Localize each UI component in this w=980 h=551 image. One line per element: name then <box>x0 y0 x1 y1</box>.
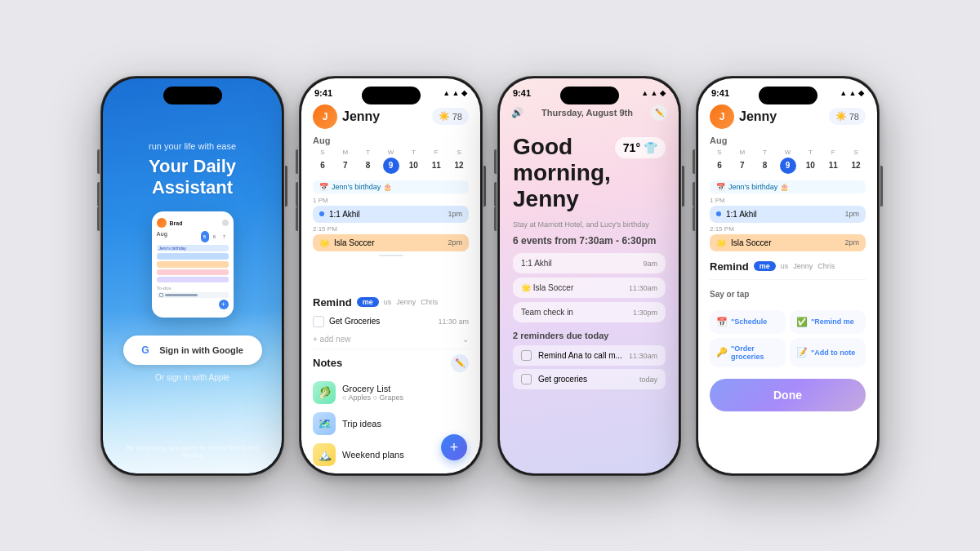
morning-temp: 71° <box>623 141 640 154</box>
dynamic-island-2 <box>362 87 421 104</box>
google-signin-button[interactable]: G Sign in with Google <box>123 335 262 365</box>
cal-day-4-7[interactable]: S 12 <box>846 149 866 174</box>
command-grid: 📅 "Schedule ✅ "Remind me 🔑 "Order grocer… <box>710 310 866 367</box>
morning-weather-emoji: 👕 <box>644 141 657 154</box>
add-new-reminder[interactable]: + add new ⌄ <box>301 331 480 347</box>
morning-status-icons: ▲ ▲ ◆ <box>641 89 666 97</box>
cal-day-1[interactable]: S 6 <box>313 149 332 174</box>
event-akhil[interactable]: 1:1 Akhil 1pm <box>313 206 469 223</box>
event-akhil-4[interactable]: 1:1 Akhil 1pm <box>710 206 866 223</box>
calendar-month-4: Aug <box>710 136 866 145</box>
morning-event-1[interactable]: 1:1 Akhil 9am <box>513 253 666 273</box>
apple-signin-text[interactable]: Or sign in with Apple <box>155 373 229 382</box>
remind-header-4: Remind me us Jenny Chris <box>698 256 877 276</box>
user-avatar: J <box>313 104 337 129</box>
dynamic-island-1 <box>163 87 222 104</box>
calendar-month: Aug <box>313 136 469 145</box>
reminder-groceries[interactable]: Get Groceries 11:30 am <box>301 312 480 331</box>
mini-avatar <box>157 218 167 228</box>
phone-panel: 9:41 ▲ ▲ ◆ J Jenny ☀️ 78 <box>696 76 880 476</box>
cmd-schedule[interactable]: 📅 "Schedule <box>710 310 786 334</box>
events-count: 6 events from 7:30am - 6:30pm <box>513 235 666 247</box>
weather-widget-4: ☀️ 78 <box>829 108 866 125</box>
calendar-strip: Aug S 6 M 7 T 8 <box>301 134 480 179</box>
all-day-event-4: 📅 Jenn's birthday 🎂 <box>710 180 866 193</box>
cal-day-2[interactable]: M 7 <box>336 149 355 174</box>
say-or-tap-section: Say or tap 📅 "Schedule ✅ "Remind me 🔑 <box>698 283 877 374</box>
phone-main: 9:41 ▲ ▲ ◆ J Jenny ☀️ 78 <box>299 76 483 476</box>
date-label: Thursday, August 9th <box>541 108 633 118</box>
cal-day-4-active[interactable]: W 9 <box>381 149 401 174</box>
user-name: Jenny <box>342 109 380 124</box>
google-icon: G <box>141 344 153 356</box>
morning-header-bar: 🔊 Thursday, August 9th ✏️ <box>500 101 679 127</box>
app-header: J Jenny ☀️ 78 <box>301 101 480 134</box>
cmd-remind[interactable]: ✅ "Remind me <box>790 310 866 334</box>
events-section-4: 📅 Jenn's birthday 🎂 1 PM 1:1 Akhil 1pm 2… <box>698 179 877 256</box>
main-title: Your Daily Assistant <box>149 156 236 199</box>
all-day-event: 📅 Jenn's birthday 🎂 <box>313 180 469 193</box>
event-soccer-4[interactable]: 🌟 Isla Soccer 2pm <box>710 234 866 251</box>
morning-event-3[interactable]: Team check in 1:30pm <box>513 302 666 322</box>
reminder-1[interactable]: Remind Ana to call m... 11:30am <box>513 345 666 366</box>
notes-header: Notes ✏️ <box>313 354 469 372</box>
tagline: run your life with ease <box>149 141 236 151</box>
calendar-strip-4: Aug S 6 M 7 T 8 <box>698 134 877 179</box>
cal-day-4-6[interactable]: F 11 <box>823 149 843 174</box>
cal-day-4-1[interactable]: S 6 <box>710 149 729 174</box>
mini-phone-preview: Brad Aug 5 6 7 Jenn's birthday <box>152 211 234 318</box>
phone-login: run your life with ease Your Daily Assis… <box>100 76 284 476</box>
weather-widget: ☀️ 78 <box>432 108 469 125</box>
cmd-note[interactable]: 📝 "Add to note <box>790 338 866 367</box>
morning-time: 9:41 <box>513 88 531 98</box>
cal-day-4-5[interactable]: T 10 <box>800 149 820 174</box>
stay-info: Stay at Marriott Hotel, and Lucy's birth… <box>513 220 666 229</box>
user-avatar-4: J <box>710 104 734 129</box>
cal-day-5[interactable]: T 10 <box>403 149 423 174</box>
cal-day-4-4[interactable]: W 9 <box>778 149 798 174</box>
status-icons: ▲ ▲ ◆ <box>443 89 467 97</box>
say-tap-header: Say or tap <box>710 290 749 299</box>
cal-day-4-2[interactable]: M 7 <box>733 149 752 174</box>
notes-edit-btn[interactable]: ✏️ <box>451 354 469 372</box>
cal-day-7[interactable]: S 12 <box>449 149 469 174</box>
note-trip[interactable]: 🗺️ Trip ideas <box>313 408 469 439</box>
edit-pencil[interactable]: ✏️ <box>651 104 667 121</box>
dynamic-island-3 <box>560 87 619 104</box>
terms-text: By continuing, you agree to Hero's Terms… <box>103 444 282 459</box>
remind-header: Remind me us Jenny Chris <box>301 291 480 312</box>
reminders-due: 2 reminders due today <box>513 331 666 340</box>
status-time-4: 9:41 <box>711 88 729 98</box>
events-section: 📅 Jenn's birthday 🎂 1 PM 1:1 Akhil 1pm 2… <box>301 179 480 291</box>
dynamic-island-4 <box>759 87 817 104</box>
note-grocery[interactable]: 🥬 Grocery List ○ Apples ○ Grapes <box>313 377 469 408</box>
speaker-icon: 🔊 <box>511 107 523 118</box>
weather-temp: 78 <box>452 112 462 122</box>
cal-day-6[interactable]: F 11 <box>426 149 446 174</box>
phone-morning: 9:41 ▲ ▲ ◆ 🔊 Thursday, August 9th ✏️ 71°… <box>497 76 681 476</box>
cal-day-3[interactable]: T 8 <box>359 149 378 174</box>
morning-event-2[interactable]: 🌟 Isla Soccer 11:30am <box>513 278 666 298</box>
morning-content: 71° 👕 Goodmorning,Jenny Stay at Marriott… <box>500 127 679 473</box>
app-header-4: J Jenny ☀️ 78 <box>698 101 877 134</box>
phones-container: run your life with ease Your Daily Assis… <box>84 60 896 492</box>
event-soccer[interactable]: 🌟 Isla Soccer 2pm <box>313 234 469 251</box>
status-time: 9:41 <box>314 88 332 98</box>
cmd-groceries[interactable]: 🔑 "Order groceries <box>710 338 786 367</box>
status-icons-4: ▲ ▲ ◆ <box>840 89 864 97</box>
user-name-4: Jenny <box>739 109 777 124</box>
fab-add-button[interactable]: + <box>441 434 467 460</box>
done-button[interactable]: Done <box>710 379 866 411</box>
weather-emoji: ☀️ <box>439 111 450 122</box>
reminder-2[interactable]: Get groceries today <box>513 369 666 389</box>
cal-day-4-3[interactable]: T 8 <box>755 149 775 174</box>
